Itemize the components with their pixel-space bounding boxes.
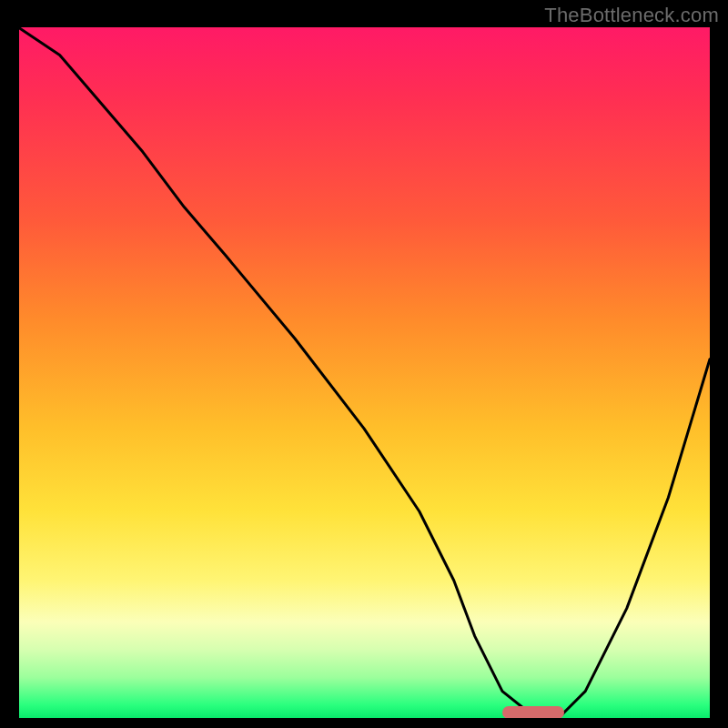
watermark-text: TheBottleneck.com [544,4,719,27]
optimal-marker [502,706,564,719]
bottleneck-curve [18,27,710,719]
x-axis-line [18,718,710,721]
y-axis-line [16,27,19,721]
curve-svg [18,27,710,719]
plot-area [18,27,710,719]
chart-container: TheBottleneck.com [0,0,728,728]
